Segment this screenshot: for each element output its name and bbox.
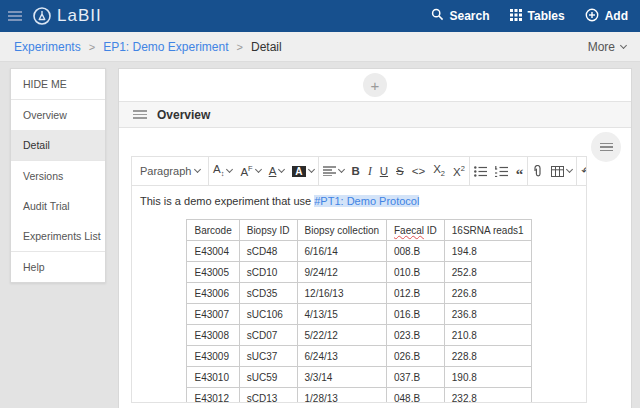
underline-button[interactable]: U [376, 157, 392, 185]
alignment-button[interactable] [319, 157, 348, 185]
protocol-link[interactable]: #PT1: Demo Protocol [314, 195, 419, 207]
add-section-button[interactable]: + [363, 73, 387, 97]
table-header-cell[interactable]: Faecal ID [387, 220, 445, 241]
sidebar-item-help[interactable]: Help [11, 252, 105, 282]
code-button[interactable]: <> [408, 157, 429, 185]
search-icon [431, 8, 444, 24]
table-header-cell[interactable]: Biopsy ID [239, 220, 297, 241]
table-cell[interactable]: 236.8 [444, 304, 531, 325]
sidebar-item-overview[interactable]: Overview [11, 100, 105, 130]
table-cell[interactable]: 037.B [387, 367, 445, 388]
insert-table-button[interactable] [547, 157, 576, 185]
sidebar-item-experiments-list[interactable]: Experiments List [11, 221, 105, 251]
tables-button[interactable]: Tables [510, 9, 565, 24]
more-label: More [588, 40, 615, 54]
sidebar-item-hide-me[interactable]: HIDE ME [11, 69, 105, 99]
font-color-button[interactable]: A [265, 157, 289, 185]
table-cell[interactable]: 232.8 [444, 388, 531, 404]
chevron-down-icon [338, 166, 345, 173]
table-header-cell[interactable]: Barcode [187, 220, 239, 241]
table-cell[interactable]: 226.8 [444, 283, 531, 304]
table-cell[interactable]: sUC59 [239, 367, 297, 388]
table-cell[interactable]: 023.B [387, 325, 445, 346]
table-cell[interactable]: sCD13 [239, 388, 297, 404]
drag-handle-icon[interactable] [133, 110, 147, 119]
nav-action-label: Add [605, 9, 628, 23]
labii-flask-icon [32, 6, 52, 26]
table-cell[interactable]: 6/24/13 [297, 346, 386, 367]
strikethrough-button[interactable]: S [392, 157, 408, 185]
table-cell[interactable]: sUC37 [239, 346, 297, 367]
labii-logo[interactable]: LaBII [32, 6, 102, 26]
section-menu-button[interactable] [591, 132, 621, 162]
sidebar-item-detail[interactable]: Detail [11, 130, 105, 160]
data-table: BarcodeBiopsy IDBiopsy collectionFaecal … [186, 219, 531, 403]
font-size-button[interactable]: A↕ [209, 157, 236, 185]
table-cell[interactable]: sCD10 [239, 262, 297, 283]
table-header-cell[interactable]: 16SRNA reads1 [444, 220, 531, 241]
subscript-button[interactable]: X2 [429, 157, 449, 185]
table-cell[interactable]: 016.B [387, 304, 445, 325]
undo-button[interactable]: ↶ [577, 157, 587, 185]
code-icon: <> [412, 165, 425, 177]
table-cell[interactable]: 048.B [387, 388, 445, 404]
table-cell[interactable]: 210.8 [444, 325, 531, 346]
sidebar-group: HIDE ME [11, 69, 105, 99]
attachment-button[interactable] [528, 157, 547, 185]
editor-content[interactable]: This is a demo experiment that use #PT1:… [131, 186, 587, 403]
table-cell[interactable]: E43009 [187, 346, 239, 367]
table-cell[interactable]: 1/28/13 [297, 388, 386, 404]
more-button[interactable]: More [588, 40, 626, 54]
table-cell[interactable]: 4/13/15 [297, 304, 386, 325]
table-cell[interactable]: 008.B [387, 241, 445, 262]
numbered-list-button[interactable] [491, 157, 512, 185]
table-cell[interactable]: sCD07 [239, 325, 297, 346]
table-cell[interactable]: 5/22/12 [297, 325, 386, 346]
menu-hamburger-icon[interactable] [8, 11, 22, 21]
table-cell[interactable]: E43005 [187, 262, 239, 283]
table-cell[interactable]: 3/3/14 [297, 367, 386, 388]
table-cell[interactable]: 194.8 [444, 241, 531, 262]
table-cell[interactable]: 012.B [387, 283, 445, 304]
table-cell[interactable]: 9/24/12 [297, 262, 386, 283]
table-body: E43004sCD486/16/14008.B194.8E43005sCD109… [187, 241, 531, 404]
numbered-list-icon [495, 166, 508, 177]
add-button[interactable]: Add [585, 8, 628, 25]
paragraph-format-dropdown[interactable]: Paragraph [132, 157, 208, 185]
bulleted-list-button[interactable] [470, 157, 491, 185]
bold-button[interactable]: B [348, 157, 364, 185]
table-cell[interactable]: 252.8 [444, 262, 531, 283]
table-cell[interactable]: sUC106 [239, 304, 297, 325]
table-cell[interactable]: 228.8 [444, 346, 531, 367]
table-cell[interactable]: E43006 [187, 283, 239, 304]
font-family-button[interactable]: AF [236, 157, 264, 185]
table-cell[interactable]: E43012 [187, 388, 239, 404]
table-cell[interactable]: E43004 [187, 241, 239, 262]
table-cell[interactable]: 010.B [387, 262, 445, 283]
table-cell[interactable]: 6/16/14 [297, 241, 386, 262]
underline-icon: U [380, 165, 388, 177]
table-cell[interactable]: E43007 [187, 304, 239, 325]
top-navbar: LaBII SearchTablesAdd [0, 0, 640, 32]
chevron-down-icon [620, 41, 627, 48]
highlight-button[interactable]: A [288, 157, 317, 185]
table-cell[interactable]: 026.B [387, 346, 445, 367]
breadcrumb-experiment-ep1[interactable]: EP1: Demo Experiment [103, 40, 228, 54]
sidebar-item-audit-trial[interactable]: Audit Trial [11, 191, 105, 221]
table-header-cell[interactable]: Biopsy collection [297, 220, 386, 241]
table-cell[interactable]: 12/16/13 [297, 283, 386, 304]
subscript-icon: X2 [433, 163, 445, 178]
italic-button[interactable]: I [364, 157, 376, 185]
table-cell[interactable]: sCD48 [239, 241, 297, 262]
table-cell[interactable]: E43008 [187, 325, 239, 346]
sidebar-item-versions[interactable]: Versions [11, 161, 105, 191]
menu-lines-icon [600, 143, 613, 152]
superscript-button[interactable]: X2 [449, 157, 469, 185]
paragraph-text: This is a demo experiment that use [140, 195, 314, 207]
breadcrumb-experiments[interactable]: Experiments [14, 40, 81, 54]
block-quote-button[interactable]: “ [512, 157, 528, 185]
table-cell[interactable]: E43010 [187, 367, 239, 388]
search-button[interactable]: Search [431, 8, 490, 24]
table-cell[interactable]: sCD35 [239, 283, 297, 304]
table-cell[interactable]: 190.8 [444, 367, 531, 388]
